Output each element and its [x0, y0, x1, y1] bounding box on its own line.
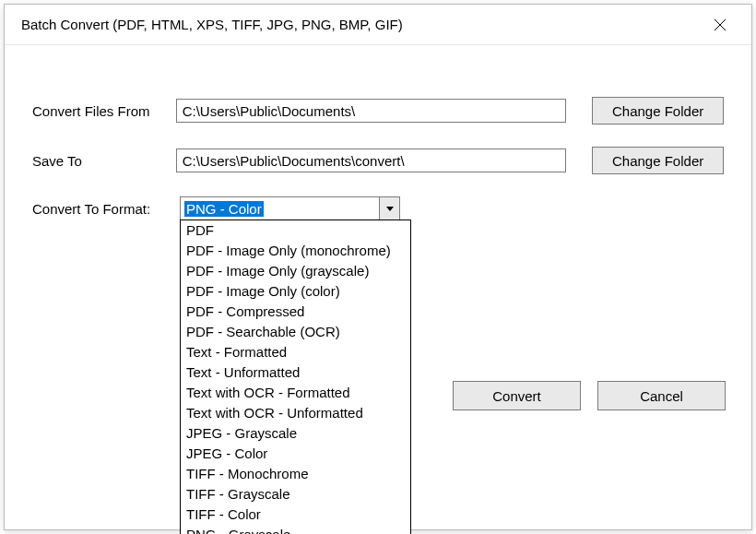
format-option[interactable]: Text - Formatted [181, 342, 410, 362]
titlebar: Batch Convert (PDF, HTML, XPS, TIFF, JPG… [5, 5, 751, 45]
window-title: Batch Convert (PDF, HTML, XPS, TIFF, JPG… [21, 17, 403, 32]
cancel-button[interactable]: Cancel [597, 381, 726, 410]
svg-marker-2 [386, 207, 394, 211]
format-option[interactable]: PDF - Image Only (color) [181, 281, 410, 302]
convert-button[interactable]: Convert [453, 381, 581, 410]
format-combo-wrapper: PNG - Color PDFPDF - Image Only (monochr… [180, 196, 400, 220]
format-option[interactable]: JPEG - Grayscale [181, 423, 410, 444]
close-icon [714, 18, 726, 31]
row-format: Convert To Format: PNG - Color PDFPDF - … [32, 196, 724, 220]
format-option[interactable]: PNG - Grayscale [181, 525, 410, 534]
format-selected-area: PNG - Color [181, 197, 379, 220]
format-option[interactable]: PDF [181, 220, 410, 241]
format-option[interactable]: PDF - Image Only (monochrome) [181, 241, 410, 261]
bottom-button-row: Convert Cancel [453, 381, 726, 410]
row-convert-from: Convert Files From Change Folder [32, 97, 724, 125]
label-save-to: Save To [32, 153, 176, 169]
combo-arrow-button[interactable] [379, 197, 399, 220]
format-option[interactable]: JPEG - Color [181, 444, 410, 464]
change-folder-from-button[interactable]: Change Folder [592, 97, 724, 125]
format-option[interactable]: Text with OCR - Formatted [181, 383, 410, 403]
change-folder-to-button[interactable]: Change Folder [592, 147, 724, 174]
dialog-content: Convert Files From Change Folder Save To… [5, 45, 751, 529]
chevron-down-icon [386, 207, 394, 211]
format-option[interactable]: TIFF - Monochrome [181, 464, 410, 484]
input-save-to[interactable] [176, 148, 567, 172]
dialog-window: Batch Convert (PDF, HTML, XPS, TIFF, JPG… [4, 4, 752, 530]
format-option[interactable]: PDF - Compressed [181, 302, 410, 322]
format-dropdown-list[interactable]: PDFPDF - Image Only (monochrome)PDF - Im… [180, 220, 411, 534]
format-option[interactable]: Text with OCR - Unformatted [181, 403, 410, 423]
format-option[interactable]: PDF - Image Only (grayscale) [181, 261, 410, 281]
row-save-to: Save To Change Folder [32, 147, 724, 174]
input-convert-from[interactable] [176, 99, 567, 123]
format-option[interactable]: Text - Unformatted [181, 362, 410, 383]
format-selected-text: PNG - Color [184, 201, 264, 217]
format-option[interactable]: PDF - Searchable (OCR) [181, 322, 410, 342]
label-convert-format: Convert To Format: [32, 201, 180, 217]
format-option[interactable]: TIFF - Color [181, 504, 410, 525]
close-button[interactable] [702, 6, 738, 43]
format-combobox[interactable]: PNG - Color [180, 196, 400, 220]
label-convert-from: Convert Files From [32, 103, 176, 119]
format-option[interactable]: TIFF - Grayscale [181, 484, 410, 504]
